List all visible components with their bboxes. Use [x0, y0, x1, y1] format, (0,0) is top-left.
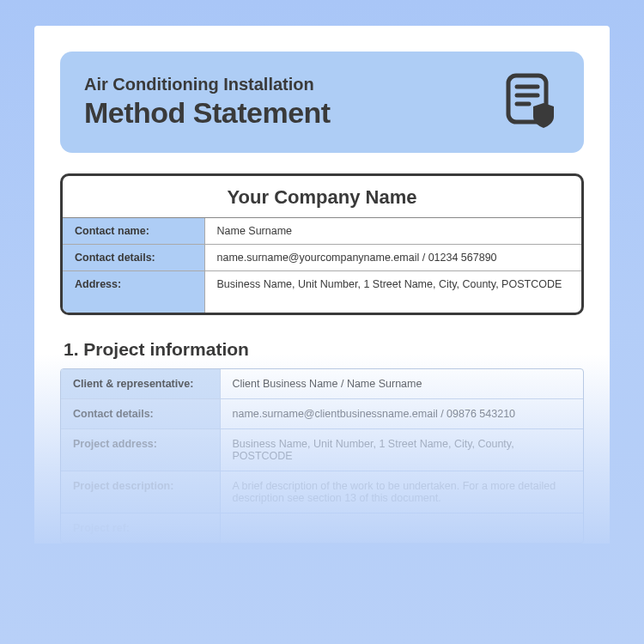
table-row: Contact details: name.surname@yourcompan… — [63, 245, 581, 271]
document-page: Air Conditioning Installation Method Sta… — [34, 26, 610, 544]
field-value: name.surname@clientbusinessname.email / … — [220, 398, 583, 428]
field-value: Client Business Name / Name Surname — [220, 369, 583, 399]
field-label: Project description: — [61, 471, 220, 513]
banner-subtitle: Air Conditioning Installation — [84, 75, 331, 94]
company-info-box: Your Company Name Contact name: Name Sur… — [60, 173, 584, 315]
field-label: Client & representative: — [61, 369, 220, 399]
field-label: Contact details: — [61, 398, 220, 428]
field-value: Business Name, Unit Number, 1 Street Nam… — [204, 271, 581, 313]
section-heading: 1. Project information — [64, 339, 584, 360]
table-row: Project address: Business Name, Unit Num… — [61, 428, 583, 471]
table-row: Address: Business Name, Unit Number, 1 S… — [63, 271, 581, 313]
field-value: Business Name, Unit Number, 1 Street Nam… — [220, 428, 583, 471]
table-row: Contact details: name.surname@clientbusi… — [61, 398, 583, 428]
field-label: Address: — [63, 271, 204, 313]
banner-text: Air Conditioning Installation Method Sta… — [84, 75, 331, 130]
project-info-box: Client & representative: Client Business… — [60, 368, 584, 544]
field-label: Contact details: — [63, 245, 204, 271]
document-shield-icon — [500, 70, 560, 134]
company-info-table: Contact name: Name Surname Contact detai… — [63, 218, 581, 313]
field-value: name.surname@yourcompanyname.email / 012… — [204, 245, 581, 271]
project-info-table: Client & representative: Client Business… — [61, 369, 583, 543]
field-value — [220, 513, 583, 543]
table-row: Project description: A brief description… — [61, 471, 583, 513]
banner-title: Method Statement — [84, 96, 331, 130]
field-label: Project ref: — [61, 513, 220, 543]
field-label: Contact name: — [63, 218, 204, 245]
table-row: Contact name: Name Surname — [63, 218, 581, 245]
company-name-heading: Your Company Name — [63, 176, 581, 218]
title-banner: Air Conditioning Installation Method Sta… — [60, 52, 584, 153]
field-value: Name Surname — [204, 218, 581, 245]
table-row: Client & representative: Client Business… — [61, 369, 583, 399]
field-label: Project address: — [61, 428, 220, 471]
table-row: Project ref: — [61, 513, 583, 543]
field-value: A brief description of the work to be un… — [220, 471, 583, 513]
